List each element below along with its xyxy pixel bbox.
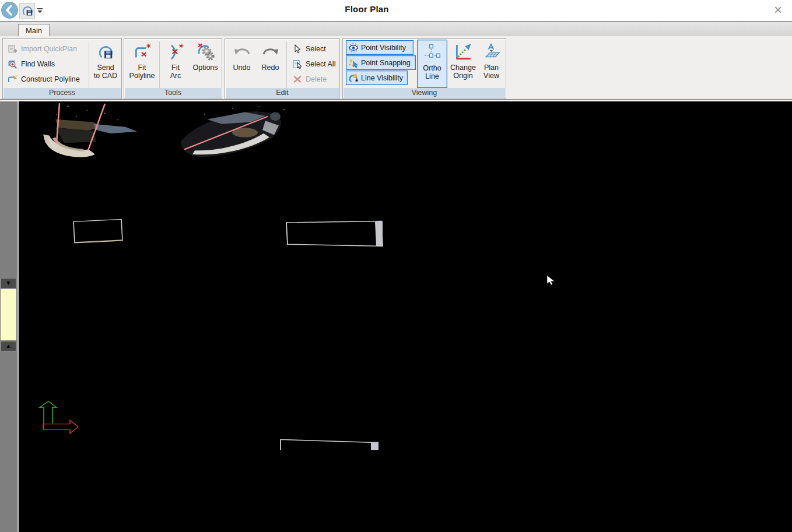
send-to-cad-label-line2: to CAD bbox=[94, 72, 117, 80]
ortho-line-label-line1: Ortho bbox=[423, 64, 441, 72]
redo-label: Redo bbox=[262, 64, 279, 72]
delete-label: Delete bbox=[306, 75, 327, 83]
point-visibility-toggle[interactable]: Point Visibility bbox=[346, 40, 413, 55]
options-icon bbox=[195, 43, 215, 62]
change-origin-label-line1: Change bbox=[450, 64, 476, 72]
select-all-label: Select All bbox=[306, 60, 335, 68]
import-quickplan-button[interactable]: Import QuickPlan bbox=[6, 42, 77, 56]
wall-slice-outline-left bbox=[73, 219, 122, 242]
elevation-slider[interactable]: ▼ ▲ bbox=[0, 101, 19, 532]
triangle-down-icon: ▼ bbox=[6, 280, 12, 286]
select-icon bbox=[292, 44, 303, 54]
mouse-cursor bbox=[547, 276, 555, 285]
undo-button[interactable]: Undo bbox=[228, 40, 255, 89]
title-bar: Floor Plan × bbox=[0, 0, 792, 21]
construct-polyline-label: Construct Polyline bbox=[21, 75, 80, 83]
fit-arc-label-line1: Fit bbox=[171, 64, 180, 72]
group-process: Import QuickPlan Find Walls Construct Po… bbox=[2, 38, 122, 99]
fit-arc-button[interactable]: Fit Arc bbox=[162, 40, 190, 89]
line-visibility-toggle[interactable]: Line Visibility bbox=[346, 71, 408, 85]
point-snapping-icon bbox=[348, 58, 359, 68]
slice-down-button[interactable]: ▼ bbox=[1, 278, 16, 288]
tools-group-label: Tools bbox=[125, 88, 221, 98]
fit-polyline-label-line1: Fit bbox=[138, 64, 146, 72]
process-group-divider bbox=[89, 41, 89, 89]
fit-polyline-label-line2: Polyline bbox=[129, 72, 155, 80]
point-cloud-view bbox=[0, 101, 792, 532]
axis-y-arrow bbox=[40, 401, 57, 429]
change-origin-button[interactable]: Change Origin bbox=[448, 40, 478, 89]
select-label: Select bbox=[306, 45, 326, 53]
point-visibility-label: Point Visibility bbox=[361, 44, 406, 52]
group-edit: Undo Redo Select bbox=[225, 38, 340, 99]
wall-slice-outline-center bbox=[286, 221, 383, 246]
undo-label: Undo bbox=[233, 64, 251, 72]
axis-indicator bbox=[40, 401, 78, 434]
line-visibility-icon bbox=[348, 73, 359, 83]
line-visibility-label: Line Visibility bbox=[361, 74, 403, 82]
select-all-icon bbox=[292, 59, 303, 69]
fit-arc-icon bbox=[166, 43, 185, 62]
fit-polyline-button[interactable]: Fit Polyline bbox=[126, 40, 158, 89]
triangle-up-icon: ▲ bbox=[6, 343, 12, 349]
import-quickplan-icon bbox=[8, 44, 18, 54]
ortho-line-icon bbox=[423, 44, 441, 62]
viewing-group-label: Viewing bbox=[344, 88, 505, 98]
plan-view-label-line1: Plan bbox=[484, 64, 499, 72]
slider-track-bottom[interactable] bbox=[0, 351, 17, 532]
close-button[interactable]: × bbox=[769, 1, 787, 19]
viewport-canvas[interactable]: ▼ ▲ bbox=[0, 101, 792, 532]
slice-up-button[interactable]: ▲ bbox=[1, 341, 16, 351]
plan-view-label-line2: View bbox=[483, 72, 499, 80]
wall-slice-outline-bottom bbox=[281, 439, 379, 450]
edit-group-label: Edit bbox=[226, 88, 339, 98]
edit-group-divider bbox=[286, 41, 287, 89]
options-button[interactable]: Options bbox=[190, 40, 221, 89]
delete-icon bbox=[292, 74, 303, 84]
change-origin-label-line2: Origin bbox=[453, 72, 472, 80]
ribbon: Import QuickPlan Find Walls Construct Po… bbox=[0, 36, 792, 100]
construct-polyline-button[interactable]: Construct Polyline bbox=[6, 72, 80, 86]
options-label: Options bbox=[192, 64, 218, 72]
find-walls-button[interactable]: Find Walls bbox=[6, 57, 55, 71]
ortho-line-label-line2: Line bbox=[425, 72, 439, 80]
redo-icon bbox=[261, 45, 281, 60]
import-quickplan-label: Import QuickPlan bbox=[21, 45, 77, 53]
undo-icon bbox=[232, 45, 252, 60]
fit-arc-label-line2: Arc bbox=[170, 72, 181, 80]
point-cloud-fragment-right bbox=[181, 106, 285, 157]
slider-track-top[interactable] bbox=[0, 101, 17, 278]
send-to-cad-button[interactable]: Send to CAD bbox=[90, 40, 121, 89]
find-walls-icon bbox=[8, 59, 18, 69]
axis-x-arrow bbox=[43, 420, 78, 434]
send-to-cad-label-line1: Send bbox=[97, 64, 114, 72]
ortho-line-toggle[interactable]: Ortho Line bbox=[417, 40, 447, 88]
construct-polyline-icon bbox=[8, 74, 18, 84]
floor-plan-window: Floor Plan × Main Import QuickPlan bbox=[0, 0, 792, 532]
plan-view-icon bbox=[482, 43, 501, 62]
fit-polyline-icon bbox=[133, 43, 152, 62]
process-group-label: Process bbox=[3, 88, 121, 98]
ribbon-tab-strip: Main bbox=[0, 21, 792, 36]
change-origin-icon bbox=[454, 43, 472, 62]
slice-range-highlight[interactable] bbox=[1, 289, 16, 340]
select-all-button[interactable]: Select All bbox=[290, 57, 335, 71]
group-viewing: Point Visibility Point Snapping Line Vis… bbox=[342, 38, 506, 99]
plan-view-button[interactable]: Plan View bbox=[478, 40, 505, 89]
window-title: Floor Plan bbox=[0, 4, 734, 14]
point-snapping-label: Point Snapping bbox=[361, 59, 411, 67]
tools-group-divider bbox=[159, 41, 160, 89]
delete-button[interactable]: Delete bbox=[290, 72, 327, 86]
group-tools: Fit Polyline Fit Arc bbox=[124, 38, 222, 99]
point-visibility-icon bbox=[348, 43, 359, 53]
tab-main[interactable]: Main bbox=[18, 24, 50, 37]
select-button[interactable]: Select bbox=[290, 42, 326, 56]
send-to-cad-icon bbox=[97, 44, 114, 61]
point-snapping-toggle[interactable]: Point Snapping bbox=[346, 55, 416, 70]
find-walls-label: Find Walls bbox=[21, 60, 55, 68]
redo-button[interactable]: Redo bbox=[257, 40, 284, 89]
